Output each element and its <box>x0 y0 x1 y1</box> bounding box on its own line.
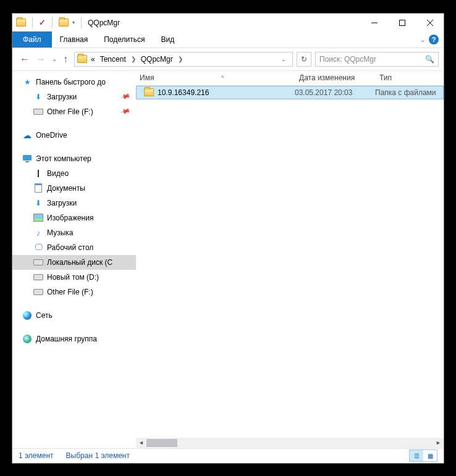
tree-volume-d[interactable]: Новый том (D:) <box>12 270 136 285</box>
help-icon[interactable]: ? <box>429 35 439 44</box>
scroll-left-button[interactable]: ◄ <box>136 438 146 448</box>
tree-local-disk-c[interactable]: Локальный диск (C <box>12 255 136 270</box>
tab-share[interactable]: Поделиться <box>96 31 153 48</box>
minimize-button[interactable] <box>360 14 388 31</box>
tree-other-file-f2[interactable]: Other File (F:) <box>12 285 136 299</box>
tree-label: Other File (F:) <box>47 288 93 296</box>
column-date[interactable]: Дата изменения <box>295 73 376 82</box>
tree-label: Музыка <box>47 228 73 237</box>
tree-label: Домашняя группа <box>36 335 97 343</box>
tree-homegroup[interactable]: Домашняя группа <box>12 332 136 346</box>
desktop-icon: 🖵 <box>33 243 43 253</box>
tree-label: Видео <box>47 169 69 178</box>
star-icon: ★ <box>22 77 32 87</box>
quick-access-toolbar: ✓ ▾ <box>12 17 85 28</box>
column-label: Имя <box>140 73 154 82</box>
maximize-button[interactable] <box>388 14 416 31</box>
window-title: QQpcMgr <box>88 19 120 27</box>
tree-label: Сеть <box>36 311 53 320</box>
drive-icon <box>33 257 43 267</box>
tree-desktop[interactable]: 🖵Рабочий стол <box>12 240 136 255</box>
tree-network[interactable]: Сеть <box>12 308 136 323</box>
tree-label: Локальный диск (C <box>47 258 112 267</box>
view-toggle: ☰ ▦ <box>409 449 437 462</box>
ribbon: Файл Главная Поделиться Вид ⌄ ? <box>12 32 444 48</box>
file-name: 10.9.16349.216 <box>158 88 209 97</box>
tree-label: OneDrive <box>36 131 67 140</box>
tree-label: Рабочий стол <box>47 243 93 252</box>
file-list[interactable]: 10.9.16349.216 03.05.2017 20:03 Папка с … <box>136 86 444 438</box>
document-icon <box>33 183 43 193</box>
back-button[interactable]: ← <box>20 54 30 65</box>
svg-rect-4 <box>23 155 32 161</box>
address-dropdown-icon[interactable]: ⌄ <box>277 56 290 62</box>
tree-video[interactable]: Видео <box>12 166 136 181</box>
svg-rect-5 <box>25 161 29 162</box>
close-button[interactable] <box>416 14 444 31</box>
view-details-button[interactable]: ☰ <box>410 450 423 461</box>
tree-other-file-f[interactable]: Other File (F:)📌 <box>12 104 136 119</box>
scroll-thumb[interactable] <box>146 439 177 447</box>
pin-icon: 📌 <box>120 106 132 117</box>
breadcrumb-tencent[interactable]: Tencent <box>99 54 127 65</box>
tab-file[interactable]: Файл <box>12 31 52 48</box>
folder-icon <box>77 54 87 64</box>
tab-home[interactable]: Главная <box>52 31 96 48</box>
tree-documents[interactable]: Документы <box>12 181 136 196</box>
file-date: 03.05.2017 20:03 <box>295 88 375 97</box>
tree-downloads[interactable]: ⬇Загрузки📌 <box>12 90 136 104</box>
separator <box>52 17 53 28</box>
tree-this-pc[interactable]: Этот компьютер <box>12 151 136 166</box>
status-count: 1 элемент <box>19 451 54 460</box>
tree-music[interactable]: ♪Музыка <box>12 225 136 240</box>
homegroup-icon <box>22 334 32 344</box>
scroll-right-button[interactable]: ► <box>433 438 444 448</box>
navigation-bar: ← → ⌄ ↑ « Tencent ❯ QQpcMgr ❯ ⌄ ↻ Поиск:… <box>12 48 444 70</box>
breadcrumb-qqpcmgr[interactable]: QQpcMgr <box>140 54 174 65</box>
properties-icon[interactable]: ✓ <box>39 18 46 27</box>
network-icon <box>22 311 32 320</box>
list-item[interactable]: 10.9.16349.216 03.05.2017 20:03 Папка с … <box>136 86 444 99</box>
drive-icon <box>33 272 43 282</box>
folder-icon <box>16 18 26 28</box>
navigation-pane[interactable]: ★Панель быстрого до ⬇Загрузки📌 Other Fil… <box>12 71 136 448</box>
folder-icon <box>59 18 69 28</box>
separator <box>81 17 82 28</box>
file-type: Папка с файлами <box>375 88 443 97</box>
tree-label: Панель быстрого до <box>36 78 106 86</box>
history-dropdown-icon[interactable]: ⌄ <box>52 56 57 62</box>
video-icon <box>33 169 43 178</box>
tab-view[interactable]: Вид <box>153 31 182 48</box>
content-pane: Имя ^ Дата изменения Тип 10.9.16349.216 … <box>136 71 444 448</box>
refresh-button[interactable]: ↻ <box>297 52 311 67</box>
tree-downloads2[interactable]: ⬇Загрузки <box>12 196 136 211</box>
image-icon <box>33 213 43 223</box>
breadcrumb-prefix[interactable]: « <box>90 54 96 65</box>
search-input[interactable]: Поиск: QQpcMgr 🔍 <box>315 52 439 67</box>
forward-button[interactable]: → <box>36 54 46 65</box>
ribbon-expand-icon[interactable]: ⌄ <box>420 36 425 43</box>
svg-rect-1 <box>399 20 405 25</box>
chevron-right-icon[interactable]: ❯ <box>177 56 184 62</box>
tree-quick-access[interactable]: ★Панель быстрого до <box>12 75 136 90</box>
horizontal-scrollbar[interactable]: ◄ ► <box>136 438 444 448</box>
separator <box>32 17 33 28</box>
tree-pictures[interactable]: Изображения <box>12 211 136 225</box>
status-bar: 1 элемент Выбран 1 элемент ☰ ▦ <box>12 448 444 463</box>
computer-icon <box>22 154 32 164</box>
column-headers: Имя ^ Дата изменения Тип <box>136 71 444 86</box>
tree-label: Этот компьютер <box>36 154 91 163</box>
column-name[interactable]: Имя ^ <box>136 73 295 82</box>
scroll-track[interactable] <box>146 438 433 448</box>
tree-label: Документы <box>47 184 85 193</box>
column-type[interactable]: Тип <box>376 73 444 82</box>
address-bar[interactable]: « Tencent ❯ QQpcMgr ❯ ⌄ <box>74 52 293 67</box>
folder-icon <box>144 88 154 98</box>
search-icon: 🔍 <box>425 55 434 64</box>
explorer-body: ★Панель быстрого до ⬇Загрузки📌 Other Fil… <box>12 70 444 448</box>
tree-onedrive[interactable]: ☁OneDrive <box>12 128 136 143</box>
up-button[interactable]: ↑ <box>63 54 68 65</box>
view-thumbnails-button[interactable]: ▦ <box>423 450 437 461</box>
qat-dropdown-icon[interactable]: ▾ <box>72 20 75 25</box>
chevron-right-icon[interactable]: ❯ <box>130 56 137 62</box>
